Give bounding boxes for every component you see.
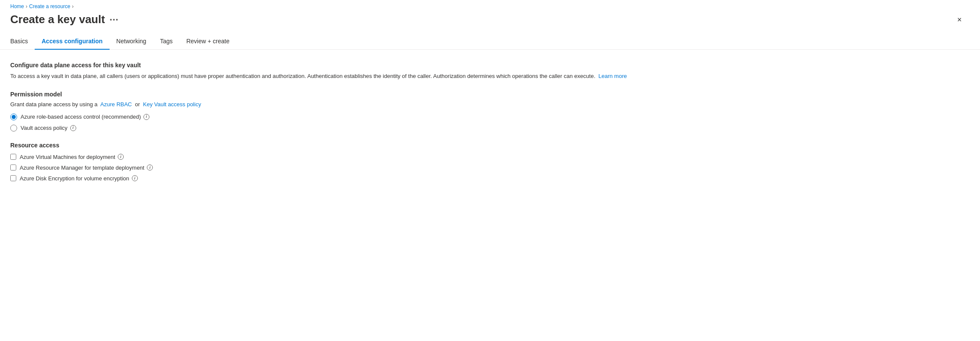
permission-model-section: Permission model Grant data plane access… <box>10 91 970 132</box>
checkbox-disk-encryption-text: Azure Disk Encryption for volume encrypt… <box>20 175 129 182</box>
permission-radio-group: Azure role-based access control (recomme… <box>10 114 970 132</box>
checkbox-arm-deployment-text: Azure Resource Manager for template depl… <box>20 165 144 171</box>
checkbox-vm-deployment-text: Azure Virtual Machines for deployment <box>20 154 115 160</box>
page-title: Create a key vault <box>10 13 105 26</box>
checkbox-disk-encryption-item[interactable]: Azure Disk Encryption for volume encrypt… <box>10 175 970 182</box>
learn-more-link[interactable]: Learn more <box>599 73 627 79</box>
radio-vault-policy-item[interactable]: Vault access policy i <box>10 125 970 132</box>
radio-rbac-label: Azure role-based access control (recomme… <box>21 114 149 120</box>
radio-rbac-text: Azure role-based access control (recomme… <box>21 114 141 120</box>
tab-access-configuration[interactable]: Access configuration <box>35 33 109 50</box>
checkbox-vm-deployment-label: Azure Virtual Machines for deployment i <box>20 154 124 160</box>
content-area: Configure data plane access for this key… <box>0 62 980 182</box>
dot2 <box>113 19 115 21</box>
rbac-info-icon[interactable]: i <box>143 114 149 120</box>
page-title-area: Create a key vault <box>10 13 118 26</box>
vault-policy-info-icon[interactable]: i <box>70 125 76 131</box>
checkbox-disk-encryption-label: Azure Disk Encryption for volume encrypt… <box>20 175 138 182</box>
checkbox-vm-deployment-input[interactable] <box>10 154 16 160</box>
page-container: Home › Create a resource › Create a key … <box>0 0 980 341</box>
configure-section-description: To access a key vault in data plane, all… <box>10 72 970 81</box>
checkbox-disk-encryption-input[interactable] <box>10 175 16 181</box>
or-text: or <box>135 101 140 108</box>
vm-deployment-info-icon[interactable]: i <box>118 154 124 160</box>
breadcrumb-create-resource-link[interactable]: Create a resource <box>29 3 70 9</box>
radio-rbac-item[interactable]: Azure role-based access control (recomme… <box>10 114 970 120</box>
tabs-container: Basics Access configuration Networking T… <box>0 33 980 50</box>
breadcrumb-sep-2: › <box>72 3 74 9</box>
checkbox-vm-deployment-item[interactable]: Azure Virtual Machines for deployment i <box>10 154 970 160</box>
checkbox-arm-deployment-input[interactable] <box>10 165 16 170</box>
arm-deployment-info-icon[interactable]: i <box>147 165 153 170</box>
checkbox-arm-deployment-item[interactable]: Azure Resource Manager for template depl… <box>10 165 970 171</box>
tab-networking[interactable]: Networking <box>110 33 153 50</box>
permission-model-title: Permission model <box>10 91 970 98</box>
tab-review-create[interactable]: Review + create <box>179 33 236 50</box>
resource-access-section: Resource access Azure Virtual Machines f… <box>10 142 970 182</box>
page-header: Create a key vault × <box>0 11 980 33</box>
dot1 <box>110 19 112 21</box>
breadcrumb-home-link[interactable]: Home <box>10 3 24 9</box>
tab-basics[interactable]: Basics <box>10 33 35 50</box>
key-vault-policy-link[interactable]: Key Vault access policy <box>143 101 201 108</box>
configure-description-text: To access a key vault in data plane, all… <box>10 73 596 79</box>
tab-tags[interactable]: Tags <box>153 33 180 50</box>
permission-description-prefix: Grant data plane access by using a <box>10 101 98 108</box>
radio-vault-policy-text: Vault access policy <box>21 125 68 131</box>
radio-rbac-input[interactable] <box>10 114 17 120</box>
configure-section-title: Configure data plane access for this key… <box>10 62 970 69</box>
close-button[interactable]: × <box>953 13 966 27</box>
checkbox-arm-deployment-label: Azure Resource Manager for template depl… <box>20 165 153 171</box>
radio-vault-policy-input[interactable] <box>10 125 17 132</box>
page-menu-dots[interactable] <box>110 19 118 21</box>
radio-vault-policy-label: Vault access policy i <box>21 125 76 131</box>
resource-access-checkbox-group: Azure Virtual Machines for deployment i … <box>10 154 970 182</box>
disk-encryption-info-icon[interactable]: i <box>132 175 138 181</box>
resource-access-title: Resource access <box>10 142 970 149</box>
azure-rbac-link[interactable]: Azure RBAC <box>100 101 132 108</box>
configure-data-plane-section: Configure data plane access for this key… <box>10 62 970 81</box>
breadcrumb-sep-1: › <box>26 3 27 9</box>
dot3 <box>116 19 118 21</box>
permission-model-description: Grant data plane access by using a Azure… <box>10 101 970 108</box>
breadcrumb: Home › Create a resource › <box>0 0 980 11</box>
